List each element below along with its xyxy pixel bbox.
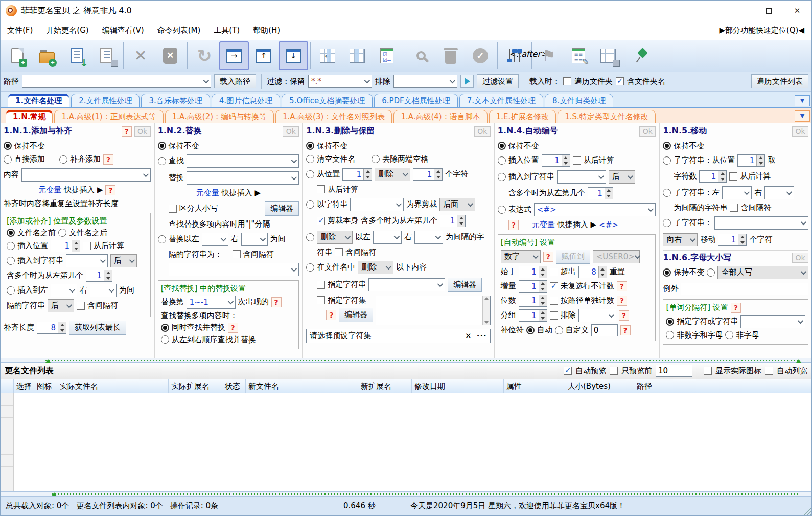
horizontal-splitter-bottom[interactable] (1, 491, 811, 496)
tab-ext-modify[interactable]: 1.E.扩展名修改 (489, 110, 556, 123)
show-icons-checkbox[interactable] (704, 367, 712, 375)
p1-right-sep-combobox[interactable] (90, 284, 117, 297)
p1-pad-help-button[interactable]: ? (103, 154, 113, 165)
p3-keep-radio[interactable] (306, 142, 314, 150)
p2-find-radio[interactable] (158, 157, 166, 165)
p5-count-spinner[interactable]: 1 (699, 170, 727, 183)
p2-simultaneous-radio[interactable] (161, 324, 169, 332)
p3-cut-self-checkbox[interactable] (317, 217, 325, 225)
file-table-body[interactable] (1, 393, 811, 491)
exclude-filter-combobox[interactable] (393, 75, 457, 88)
apply-check-button[interactable]: ✓ (466, 41, 495, 70)
p5-keep-radio[interactable] (663, 142, 671, 150)
column-status[interactable]: 状态 (222, 379, 246, 393)
p6-keep-radio[interactable] (663, 268, 671, 277)
columns-left-button[interactable]: ← (313, 41, 342, 70)
column-new-ext[interactable]: 新扩展名 (358, 379, 412, 393)
p1-before-after-dropdown[interactable]: 后 (110, 254, 137, 267)
p5-substr-combobox[interactable] (714, 216, 808, 230)
p4-group-spinner[interactable]: 1 (519, 309, 547, 322)
p3-charset-editor-button[interactable]: 编辑器 (339, 308, 373, 322)
tab-normal[interactable]: 1.N.常规 (6, 110, 53, 123)
p2-nth-combobox[interactable]: 1~-1 (187, 296, 236, 309)
p2-between-value-combobox[interactable] (169, 263, 299, 276)
sub-tabs-dropdown[interactable]: ▼ (795, 110, 810, 122)
p6-spec-chars-combobox[interactable] (740, 315, 805, 328)
panel3-ok-button[interactable]: Ok (474, 126, 491, 137)
p3-back-dropdown[interactable]: 后面 (439, 198, 475, 211)
panel1-help-button[interactable]: ? (122, 126, 132, 137)
p6-spec-chars-radio[interactable] (666, 318, 674, 326)
p4-over-checkbox[interactable] (550, 268, 558, 276)
column-attrs[interactable]: 属性 (504, 379, 565, 393)
p1-pad-add-radio[interactable] (59, 155, 67, 164)
p1-get-longest-button[interactable]: 获取列表最长 (69, 321, 126, 335)
panel2-ok-button[interactable]: Ok (283, 126, 299, 137)
apply-filter-button[interactable] (460, 75, 474, 88)
panel-bottom-toggle[interactable]: ↓ (279, 41, 308, 70)
p3-spec-string-combobox[interactable] (368, 278, 445, 291)
search-button[interactable] (406, 41, 436, 70)
tab-file-attrs[interactable]: 2.文件属性处理 (71, 94, 140, 107)
p3-in-name-radio[interactable] (306, 263, 314, 272)
p5-substr-pos-radio[interactable] (663, 156, 671, 165)
include-folder-name-checkbox[interactable] (616, 77, 624, 85)
p1-before-radio[interactable] (7, 229, 15, 237)
p1-metavar-link[interactable]: 元变量 (38, 185, 61, 195)
minimize-button[interactable] (726, 1, 754, 21)
p5-incl-sep-checkbox[interactable] (730, 204, 738, 212)
p1-insert-str-radio[interactable] (7, 257, 15, 265)
column-path[interactable]: 路径 (634, 379, 811, 393)
save-list-button[interactable] (91, 41, 121, 70)
p4-pad-custom-input[interactable] (591, 324, 618, 336)
p3-incl-sep-checkbox[interactable] (335, 248, 343, 256)
p6-case-radio[interactable] (707, 268, 715, 277)
p6-exception-input[interactable] (681, 283, 808, 295)
p3-charset-help-button[interactable]: ? (326, 310, 336, 320)
p1-sep-pos-dropdown[interactable]: 后 (48, 299, 74, 312)
panel4-ok-button[interactable]: Ok (639, 126, 656, 137)
filter-settings-button[interactable]: 过滤设置 (477, 74, 519, 88)
p2-replace-combobox[interactable] (187, 171, 299, 185)
p2-find-combobox[interactable] (187, 154, 299, 168)
p3-del2-dropdown[interactable]: 删除 (317, 231, 353, 244)
p4-digits-spinner[interactable]: 1 (519, 295, 547, 307)
p4-pad-custom-radio[interactable] (555, 326, 563, 334)
p4-pad-auto-radio[interactable] (526, 326, 535, 334)
keep-filter-combobox[interactable]: *.* (308, 75, 372, 88)
panel-right-toggle[interactable]: → (219, 41, 249, 70)
filter-delete-button[interactable] (436, 41, 466, 70)
p3-clear-radio[interactable] (306, 155, 314, 163)
p3-left-sep-combobox[interactable] (373, 231, 402, 244)
p4-pad-help-button[interactable]: ? (620, 325, 631, 335)
p4-inc-spinner[interactable]: 1 (519, 280, 547, 293)
p3-between-radio[interactable] (306, 233, 314, 241)
p5-substr-between-radio[interactable] (663, 189, 671, 197)
traverse-folders-checkbox[interactable] (563, 77, 571, 85)
p4-skip-help-button[interactable]: ? (617, 281, 627, 291)
resize-grip[interactable] (803, 507, 811, 515)
p3-spec-charset-checkbox[interactable] (317, 296, 325, 304)
p1-insert-str-combobox[interactable] (66, 254, 108, 267)
p4-insert-str-combobox[interactable] (557, 170, 606, 184)
tab-adv-encoding[interactable]: 1.A.高级(2)：编码与转换等 (165, 110, 274, 123)
p1-multi-spinner[interactable]: 1 (86, 270, 112, 282)
tab-adv-mapping[interactable]: 1.A.高级(3)：文件名对照列表 (275, 110, 392, 123)
pin-button[interactable] (628, 41, 657, 70)
export-table-button[interactable] (593, 41, 623, 70)
p3-preset-clear-icon[interactable]: ✕ (465, 331, 472, 341)
panel6-ok-button[interactable]: Ok (792, 253, 808, 263)
auto-preview-checkbox[interactable] (564, 367, 572, 375)
load-path-button[interactable]: 载入路径 (214, 74, 256, 88)
p4-multi-spinner[interactable]: 1 (588, 187, 613, 199)
tab-image-info[interactable]: 4.图片信息处理 (212, 94, 280, 107)
p3-by-string-radio[interactable] (306, 200, 314, 209)
traverse-file-list-button[interactable]: 遍历文件列表 (751, 74, 808, 88)
p4-over-spinner[interactable]: 8 (578, 266, 607, 278)
p5-right-sep-combobox[interactable] (764, 186, 794, 199)
panel1-ok-button[interactable]: Ok (134, 126, 151, 137)
p1-keep-radio[interactable] (4, 142, 12, 150)
p5-pos-spinner[interactable]: 1 (737, 154, 765, 167)
p4-type-help-button[interactable]: ? (543, 252, 553, 262)
tab-adv-regex[interactable]: 1.A.高级(1)：正则表达式等 (54, 110, 163, 123)
